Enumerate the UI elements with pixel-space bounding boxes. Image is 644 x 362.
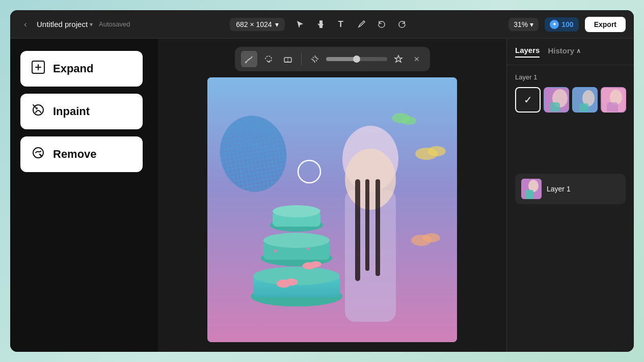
thumb-check-icon: ✓ [524, 94, 532, 106]
undo-button[interactable] [374, 17, 389, 32]
left-sidebar: Expand Inpaint [10, 39, 158, 352]
project-chevron-icon: ▾ [90, 21, 93, 28]
history-tab[interactable]: History ∧ [548, 46, 581, 57]
layer-header: Layer 1 [515, 73, 626, 81]
svg-point-26 [263, 233, 330, 248]
dimensions-button[interactable]: 682 × 1024 ▾ [230, 18, 284, 31]
inpaint-icon [31, 102, 46, 121]
topbar-right: 31% ▾ ✦ 100 Export [508, 17, 626, 32]
svg-text:♥: ♥ [274, 247, 277, 255]
layer-thumb-4[interactable] [601, 87, 626, 113]
dimensions-value: 682 × 1024 [236, 20, 272, 29]
app-window: ‹ Untitled project ▾ Autosaved 682 × 102… [10, 10, 634, 352]
expand-button[interactable]: Expand [20, 51, 143, 87]
svg-rect-49 [525, 190, 533, 199]
credits-icon: ✦ [550, 20, 559, 29]
export-button[interactable]: Export [585, 17, 626, 32]
svg-point-10 [401, 117, 416, 125]
svg-rect-43 [579, 103, 588, 113]
layer-item-name: Layer 1 [547, 185, 571, 193]
canvas-area[interactable]: ✕ [158, 39, 506, 352]
layer-thumbnails: ✓ [515, 87, 626, 113]
magic-wand-tool[interactable] [307, 51, 323, 67]
inpaint-button[interactable]: Inpaint [20, 94, 143, 129]
layer-thumb-3[interactable] [572, 87, 598, 113]
svg-rect-19 [365, 179, 369, 271]
topbar: ‹ Untitled project ▾ Autosaved 682 × 102… [10, 10, 634, 39]
autosaved-status: Autosaved [99, 20, 130, 28]
text-tool-button[interactable]: T [334, 17, 348, 32]
auto-tool[interactable] [390, 51, 407, 67]
svg-rect-40 [550, 102, 560, 113]
back-button[interactable]: ‹ [18, 17, 33, 32]
project-name: Untitled project [37, 20, 88, 29]
canvas-image: ♥ ♥ [207, 77, 457, 342]
main-content: Expand Inpaint [10, 39, 634, 352]
slider-thumb[interactable] [353, 55, 360, 63]
svg-rect-20 [375, 179, 380, 276]
topbar-center: 682 × 1024 ▾ T [135, 17, 505, 32]
svg-text:♥: ♥ [307, 246, 310, 252]
right-sidebar-tabs: Layers History ∧ [507, 39, 634, 65]
select-tool-button[interactable] [293, 17, 307, 32]
history-chevron-icon: ∧ [576, 47, 581, 54]
remove-label: Remove [53, 148, 97, 161]
svg-point-4 [245, 62, 247, 63]
expand-label: Expand [53, 62, 93, 75]
svg-point-14 [423, 233, 440, 242]
history-tab-label: History [548, 46, 574, 55]
close-toolbar-button[interactable]: ✕ [410, 52, 424, 66]
dimensions-chevron-icon: ▾ [275, 20, 279, 29]
inpaint-label: Inpaint [53, 105, 90, 118]
layer-item[interactable]: Layer 1 [515, 174, 626, 204]
lasso-select-tool[interactable] [260, 51, 277, 67]
layer-thumb-1[interactable]: ✓ [515, 87, 541, 113]
credits-button[interactable]: ✦ 100 [545, 17, 578, 32]
credits-value: 100 [561, 20, 573, 29]
zoom-value: 31% [514, 20, 528, 29]
brush-size-slider[interactable] [326, 57, 387, 61]
svg-point-17 [345, 149, 396, 210]
zoom-chevron-icon: ▾ [530, 20, 533, 29]
hand-tool-button[interactable] [313, 17, 328, 32]
layer-thumb-2[interactable] [544, 87, 569, 113]
toolbar-divider [301, 53, 302, 65]
svg-point-29 [273, 205, 320, 217]
svg-point-31 [285, 279, 298, 286]
svg-rect-46 [607, 102, 618, 113]
redo-button[interactable] [395, 17, 409, 32]
tools-group: T [293, 17, 409, 32]
right-sidebar: Layers History ∧ Layer 1 ✓ [506, 39, 634, 352]
layer-item-thumbnail [521, 179, 542, 199]
slider-track[interactable] [326, 57, 387, 61]
brush-paint-tool[interactable] [241, 51, 257, 67]
svg-point-12 [427, 146, 446, 156]
project-title[interactable]: Untitled project ▾ [37, 20, 93, 29]
layers-section: Layer 1 ✓ [507, 65, 634, 212]
canvas-image-container[interactable]: ♥ ♥ [207, 77, 457, 342]
topbar-left: ‹ Untitled project ▾ Autosaved [18, 17, 130, 32]
remove-icon [31, 145, 46, 164]
layers-tab[interactable]: Layers [515, 46, 540, 58]
zoom-button[interactable]: 31% ▾ [508, 18, 539, 31]
pen-tool-button[interactable] [354, 17, 368, 32]
svg-rect-18 [355, 179, 360, 281]
svg-point-33 [310, 261, 321, 267]
expand-icon [31, 60, 46, 78]
eraser-tool[interactable] [280, 51, 296, 67]
remove-button[interactable]: Remove [20, 136, 143, 172]
brush-toolbar: ✕ [235, 47, 430, 71]
